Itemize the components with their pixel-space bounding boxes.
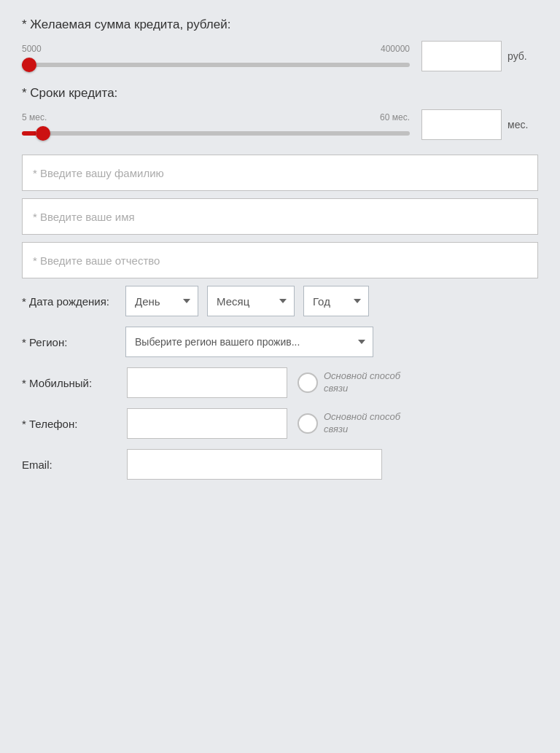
phone-row: * Телефон: Основной способ связи xyxy=(22,408,538,439)
loan-amount-section: * Желаемая сумма кредита, рублей: 5000 4… xyxy=(22,17,538,71)
day-select[interactable]: День xyxy=(125,286,198,316)
loan-term-unit: мес. xyxy=(508,119,528,130)
loan-term-max-label: 60 мес. xyxy=(380,112,410,122)
mobile-radio[interactable] xyxy=(298,372,318,393)
region-select[interactable]: Выберите регион вашего прожив... xyxy=(125,327,373,357)
month-select[interactable]: Месяц xyxy=(207,286,295,316)
region-row: * Регион: Выберите регион вашего прожив.… xyxy=(22,327,538,357)
mobile-label: * Мобильный: xyxy=(22,377,117,389)
region-label: * Регион: xyxy=(22,336,117,348)
loan-amount-slider[interactable] xyxy=(22,63,410,67)
loan-term-min-label: 5 мес. xyxy=(22,112,47,122)
loan-amount-label: * Желаемая сумма кредита, рублей: xyxy=(22,17,538,32)
patronymic-input[interactable] xyxy=(22,242,538,278)
loan-term-slider-wrapper: 5 мес. 60 мес. xyxy=(22,112,410,138)
phone-label: * Телефон: xyxy=(22,418,117,430)
lastname-input[interactable] xyxy=(22,155,538,191)
email-label: Email: xyxy=(22,459,117,471)
mobile-input[interactable] xyxy=(127,367,287,398)
year-select[interactable]: Год xyxy=(303,286,369,316)
birthdate-row: * Дата рождения: День Месяц Год xyxy=(22,286,538,316)
birthdate-label: * Дата рождения: xyxy=(22,295,117,308)
firstname-input[interactable] xyxy=(22,198,538,235)
email-row: Email: xyxy=(22,449,538,480)
phone-input[interactable] xyxy=(127,408,287,439)
loan-amount-unit: руб. xyxy=(508,50,527,62)
loan-amount-input[interactable]: 5000 xyxy=(421,41,502,71)
loan-amount-max-label: 400000 xyxy=(381,44,410,54)
loan-term-input[interactable]: 7 xyxy=(421,109,502,140)
loan-term-section: * Сроки кредита: 5 мес. 60 мес. 7 мес. xyxy=(22,86,538,140)
phone-radio[interactable] xyxy=(298,413,318,434)
loan-amount-min-label: 5000 xyxy=(22,44,42,54)
mobile-radio-label: Основной способ связи xyxy=(324,370,404,395)
loan-term-slider[interactable] xyxy=(22,131,410,136)
phone-radio-label: Основной способ связи xyxy=(324,411,404,436)
email-input[interactable] xyxy=(127,449,382,480)
form-container: * Желаемая сумма кредита, рублей: 5000 4… xyxy=(0,0,560,753)
mobile-row: * Мобильный: Основной способ связи xyxy=(22,367,538,398)
loan-term-label: * Сроки кредита: xyxy=(22,86,538,101)
loan-amount-slider-wrapper: 5000 400000 xyxy=(22,44,410,69)
